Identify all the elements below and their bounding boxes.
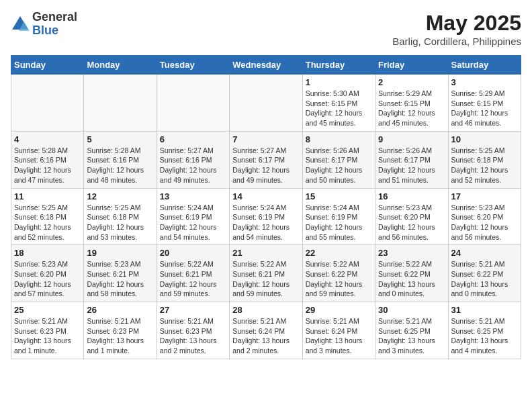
calendar-cell: 30Sunrise: 5:21 AM Sunset: 6:25 PM Dayli…: [375, 302, 448, 359]
title-block: May 2025 Barlig, Cordillera, Philippines: [392, 11, 521, 47]
day-info: Sunrise: 5:26 AM Sunset: 6:17 PM Dayligh…: [306, 146, 372, 185]
calendar-cell: 1Sunrise: 5:30 AM Sunset: 6:15 PM Daylig…: [302, 75, 375, 132]
calendar-cell: 6Sunrise: 5:27 AM Sunset: 6:16 PM Daylig…: [157, 131, 229, 188]
calendar-cell: [84, 75, 157, 132]
calendar-cell: 17Sunrise: 5:23 AM Sunset: 6:20 PM Dayli…: [448, 188, 521, 245]
day-number: 26: [87, 305, 153, 315]
day-info: Sunrise: 5:23 AM Sunset: 6:20 PM Dayligh…: [451, 203, 518, 242]
calendar-cell: [230, 75, 302, 132]
day-info: Sunrise: 5:21 AM Sunset: 6:23 PM Dayligh…: [87, 316, 153, 356]
day-info: Sunrise: 5:22 AM Sunset: 6:21 PM Dayligh…: [232, 259, 299, 299]
day-info: Sunrise: 5:21 AM Sunset: 6:24 PM Dayligh…: [306, 316, 372, 356]
calendar-cell: 3Sunrise: 5:29 AM Sunset: 6:15 PM Daylig…: [448, 75, 521, 132]
calendar-week-row: 11Sunrise: 5:25 AM Sunset: 6:18 PM Dayli…: [11, 188, 521, 245]
calendar-cell: 5Sunrise: 5:28 AM Sunset: 6:16 PM Daylig…: [84, 131, 157, 188]
calendar-cell: 26Sunrise: 5:21 AM Sunset: 6:23 PM Dayli…: [84, 302, 157, 359]
header-thursday: Thursday: [302, 56, 375, 75]
day-number: 16: [378, 191, 445, 201]
calendar-week-row: 18Sunrise: 5:23 AM Sunset: 6:20 PM Dayli…: [11, 245, 521, 302]
calendar-week-row: 4Sunrise: 5:28 AM Sunset: 6:16 PM Daylig…: [11, 131, 521, 188]
day-info: Sunrise: 5:28 AM Sunset: 6:16 PM Dayligh…: [14, 146, 81, 185]
day-info: Sunrise: 5:21 AM Sunset: 6:25 PM Dayligh…: [378, 316, 445, 356]
day-number: 8: [306, 134, 372, 144]
page-header: General Blue May 2025 Barlig, Cordillera…: [11, 11, 521, 47]
calendar-cell: 25Sunrise: 5:21 AM Sunset: 6:23 PM Dayli…: [11, 302, 84, 359]
calendar-cell: 28Sunrise: 5:21 AM Sunset: 6:24 PM Dayli…: [230, 302, 302, 359]
day-info: Sunrise: 5:21 AM Sunset: 6:23 PM Dayligh…: [160, 316, 226, 356]
header-wednesday: Wednesday: [230, 56, 302, 75]
day-number: 22: [306, 248, 372, 258]
calendar-cell: 31Sunrise: 5:21 AM Sunset: 6:25 PM Dayli…: [448, 302, 521, 359]
calendar-cell: 18Sunrise: 5:23 AM Sunset: 6:20 PM Dayli…: [11, 245, 84, 302]
header-friday: Friday: [375, 56, 448, 75]
day-info: Sunrise: 5:30 AM Sunset: 6:15 PM Dayligh…: [306, 89, 372, 128]
location-text: Barlig, Cordillera, Philippines: [392, 36, 521, 47]
day-number: 1: [306, 77, 372, 87]
day-info: Sunrise: 5:29 AM Sunset: 6:15 PM Dayligh…: [451, 89, 518, 128]
calendar-cell: 14Sunrise: 5:24 AM Sunset: 6:19 PM Dayli…: [230, 188, 302, 245]
day-info: Sunrise: 5:24 AM Sunset: 6:19 PM Dayligh…: [160, 203, 226, 242]
calendar-cell: 7Sunrise: 5:27 AM Sunset: 6:17 PM Daylig…: [230, 131, 302, 188]
day-number: 21: [232, 248, 299, 258]
day-number: 27: [160, 305, 226, 315]
calendar-cell: 27Sunrise: 5:21 AM Sunset: 6:23 PM Dayli…: [157, 302, 229, 359]
calendar-cell: 2Sunrise: 5:29 AM Sunset: 6:15 PM Daylig…: [375, 75, 448, 132]
calendar-cell: 15Sunrise: 5:24 AM Sunset: 6:19 PM Dayli…: [302, 188, 375, 245]
day-number: 11: [14, 191, 81, 201]
day-info: Sunrise: 5:27 AM Sunset: 6:17 PM Dayligh…: [232, 146, 299, 185]
day-info: Sunrise: 5:29 AM Sunset: 6:15 PM Dayligh…: [378, 89, 445, 128]
day-number: 12: [87, 191, 153, 201]
calendar-header-row: SundayMondayTuesdayWednesdayThursdayFrid…: [11, 56, 521, 75]
calendar-cell: 22Sunrise: 5:22 AM Sunset: 6:22 PM Dayli…: [302, 245, 375, 302]
day-info: Sunrise: 5:22 AM Sunset: 6:22 PM Dayligh…: [306, 259, 372, 299]
logo-general-text: General: [32, 11, 77, 24]
header-monday: Monday: [84, 56, 157, 75]
day-number: 15: [306, 191, 372, 201]
day-number: 30: [378, 305, 445, 315]
calendar-cell: 8Sunrise: 5:26 AM Sunset: 6:17 PM Daylig…: [302, 131, 375, 188]
header-sunday: Sunday: [11, 56, 84, 75]
day-info: Sunrise: 5:25 AM Sunset: 6:18 PM Dayligh…: [14, 203, 81, 242]
calendar-cell: 12Sunrise: 5:25 AM Sunset: 6:18 PM Dayli…: [84, 188, 157, 245]
day-number: 7: [232, 134, 299, 144]
calendar-week-row: 25Sunrise: 5:21 AM Sunset: 6:23 PM Dayli…: [11, 302, 521, 359]
day-info: Sunrise: 5:24 AM Sunset: 6:19 PM Dayligh…: [232, 203, 299, 242]
day-info: Sunrise: 5:25 AM Sunset: 6:18 PM Dayligh…: [451, 146, 518, 185]
day-info: Sunrise: 5:21 AM Sunset: 6:24 PM Dayligh…: [232, 316, 299, 356]
day-number: 13: [160, 191, 226, 201]
calendar-cell: [11, 75, 84, 132]
day-number: 3: [451, 77, 518, 87]
header-tuesday: Tuesday: [157, 56, 229, 75]
logo-icon: [11, 15, 30, 34]
day-number: 17: [451, 191, 518, 201]
day-info: Sunrise: 5:25 AM Sunset: 6:18 PM Dayligh…: [87, 203, 153, 242]
calendar-cell: 29Sunrise: 5:21 AM Sunset: 6:24 PM Dayli…: [302, 302, 375, 359]
calendar-cell: 10Sunrise: 5:25 AM Sunset: 6:18 PM Dayli…: [448, 131, 521, 188]
day-number: 18: [14, 248, 81, 258]
day-number: 2: [378, 77, 445, 87]
calendar-cell: 11Sunrise: 5:25 AM Sunset: 6:18 PM Dayli…: [11, 188, 84, 245]
day-number: 24: [451, 248, 518, 258]
day-info: Sunrise: 5:23 AM Sunset: 6:20 PM Dayligh…: [378, 203, 445, 242]
logo: General Blue: [11, 11, 77, 38]
day-info: Sunrise: 5:22 AM Sunset: 6:21 PM Dayligh…: [160, 259, 226, 299]
calendar-cell: 23Sunrise: 5:22 AM Sunset: 6:22 PM Dayli…: [375, 245, 448, 302]
day-info: Sunrise: 5:28 AM Sunset: 6:16 PM Dayligh…: [87, 146, 153, 185]
day-number: 28: [232, 305, 299, 315]
calendar-cell: 21Sunrise: 5:22 AM Sunset: 6:21 PM Dayli…: [230, 245, 302, 302]
calendar-table: SundayMondayTuesdayWednesdayThursdayFrid…: [11, 55, 521, 359]
day-number: 23: [378, 248, 445, 258]
day-number: 29: [306, 305, 372, 315]
calendar-cell: 19Sunrise: 5:23 AM Sunset: 6:21 PM Dayli…: [84, 245, 157, 302]
day-number: 25: [14, 305, 81, 315]
day-info: Sunrise: 5:21 AM Sunset: 6:22 PM Dayligh…: [451, 259, 518, 299]
day-info: Sunrise: 5:21 AM Sunset: 6:23 PM Dayligh…: [14, 316, 81, 356]
month-title: May 2025: [392, 11, 521, 36]
calendar-cell: 20Sunrise: 5:22 AM Sunset: 6:21 PM Dayli…: [157, 245, 229, 302]
day-number: 5: [87, 134, 153, 144]
day-info: Sunrise: 5:23 AM Sunset: 6:20 PM Dayligh…: [14, 259, 81, 299]
calendar-week-row: 1Sunrise: 5:30 AM Sunset: 6:15 PM Daylig…: [11, 75, 521, 132]
day-number: 14: [232, 191, 299, 201]
day-number: 19: [87, 248, 153, 258]
day-number: 20: [160, 248, 226, 258]
